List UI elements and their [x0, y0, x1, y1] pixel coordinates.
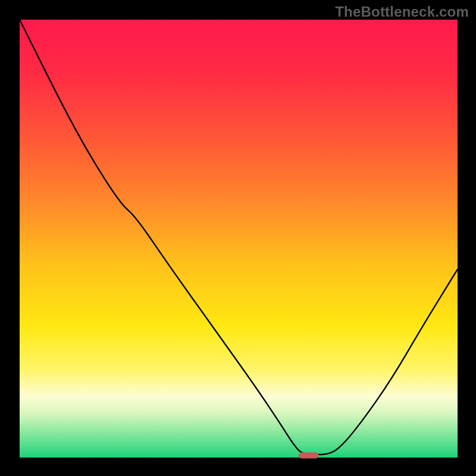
chart-frame: TheBottleneck.com: [0, 0, 476, 476]
chart-background: [20, 20, 458, 458]
optimal-marker: [299, 452, 319, 458]
bottleneck-chart: [0, 0, 476, 476]
